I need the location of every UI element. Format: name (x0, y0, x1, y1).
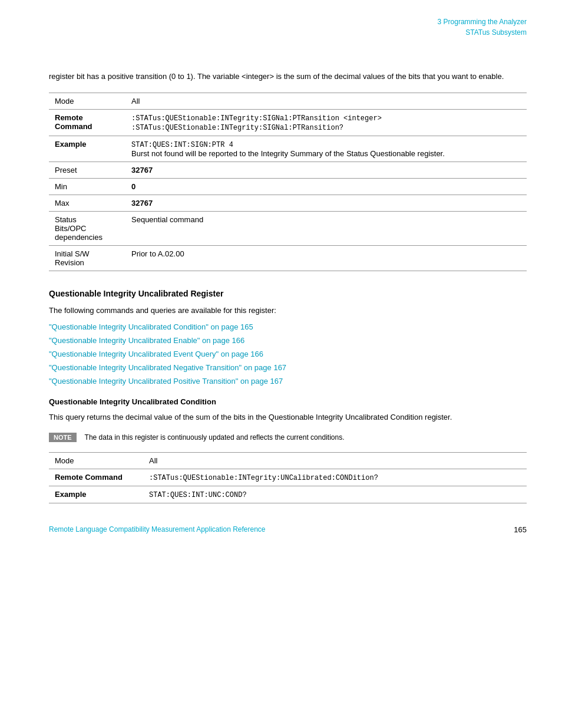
note-label: NOTE (49, 433, 77, 442)
table-label: Mode (49, 93, 125, 109)
section2-heading: Questionable Integrity Uncalibrated Cond… (49, 397, 527, 406)
header-chapter: 3 Programming the Analyzer (438, 17, 527, 27)
note-text: The data in this register is continuousl… (85, 432, 345, 443)
table-row: Max32767 (49, 195, 527, 211)
table-value: All (143, 452, 527, 469)
section1-heading: Questionable Integrity Uncalibrated Regi… (49, 289, 527, 298)
table-value: 32767 (125, 195, 527, 211)
table-value: STAT:QUES:INT:SIGN:PTR 4Burst not found … (125, 136, 527, 162)
table-label: Example (49, 486, 143, 503)
table-row: Remote Command:STATus:QUEStionable:INTeg… (49, 469, 527, 486)
table-value: STAT:QUES:INT:UNC:COND? (143, 486, 527, 503)
links-list: "Questionable Integrity Uncalibrated Con… (49, 322, 527, 386)
table-row: Preset32767 (49, 162, 527, 178)
page-footer: Remote Language Compatibility Measuremen… (0, 525, 562, 534)
table-row: RemoteCommand:STATus:QUEStionable:INTegr… (49, 109, 527, 136)
table-row: ExampleSTAT:QUES:INT:SIGN:PTR 4Burst not… (49, 136, 527, 162)
table-label: RemoteCommand (49, 109, 125, 136)
table-label: Max (49, 195, 125, 211)
section-link[interactable]: "Questionable Integrity Uncalibrated Ena… (49, 336, 527, 345)
table-row: ModeAll (49, 452, 527, 469)
section-link[interactable]: "Questionable Integrity Uncalibrated Pos… (49, 377, 527, 386)
section-link[interactable]: "Questionable Integrity Uncalibrated Con… (49, 322, 527, 331)
table-row: StatusBits/OPCdependenciesSequential com… (49, 211, 527, 245)
second-table: ModeAllRemote Command:STATus:QUEStionabl… (49, 452, 527, 503)
table-value: All (125, 93, 527, 109)
table-value: 32767 (125, 162, 527, 178)
table-label: Remote Command (49, 469, 143, 486)
section-link[interactable]: "Questionable Integrity Uncalibrated Eve… (49, 350, 527, 358)
section2-intro: This query returns the decimal value of … (49, 411, 527, 423)
page-header: 3 Programming the Analyzer STATus Subsys… (438, 17, 527, 38)
header-section: STATus Subsystem (438, 27, 527, 38)
table-value: :STATus:QUEStionable:INTegrity:UNCalibra… (143, 469, 527, 486)
table-label: Mode (49, 452, 143, 469)
section1-intro: The following commands and queries are a… (49, 304, 527, 317)
table-row: Initial S/WRevisionPrior to A.02.00 (49, 245, 527, 271)
table-label: Min (49, 178, 125, 195)
table-row: ExampleSTAT:QUES:INT:UNC:COND? (49, 486, 527, 503)
table-label: Preset (49, 162, 125, 178)
table-label: Example (49, 136, 125, 162)
table-value: :STATus:QUEStionable:INTegrity:SIGNal:PT… (125, 109, 527, 136)
section-link[interactable]: "Questionable Integrity Uncalibrated Neg… (49, 363, 527, 372)
intro-paragraph: register bit has a positive transition (… (49, 71, 527, 83)
footer-page: 165 (514, 525, 527, 534)
table-value: 0 (125, 178, 527, 195)
table-label: Initial S/WRevision (49, 245, 125, 271)
table-label: StatusBits/OPCdependencies (49, 211, 125, 245)
footer-title: Remote Language Compatibility Measuremen… (49, 525, 266, 533)
note-box: NOTE The data in this register is contin… (49, 432, 527, 443)
table-row: Min0 (49, 178, 527, 195)
table-value: Prior to A.02.00 (125, 245, 527, 271)
table-value: Sequential command (125, 211, 527, 245)
main-table: ModeAllRemoteCommand:STATus:QUEStionable… (49, 93, 527, 271)
table-row: ModeAll (49, 93, 527, 109)
